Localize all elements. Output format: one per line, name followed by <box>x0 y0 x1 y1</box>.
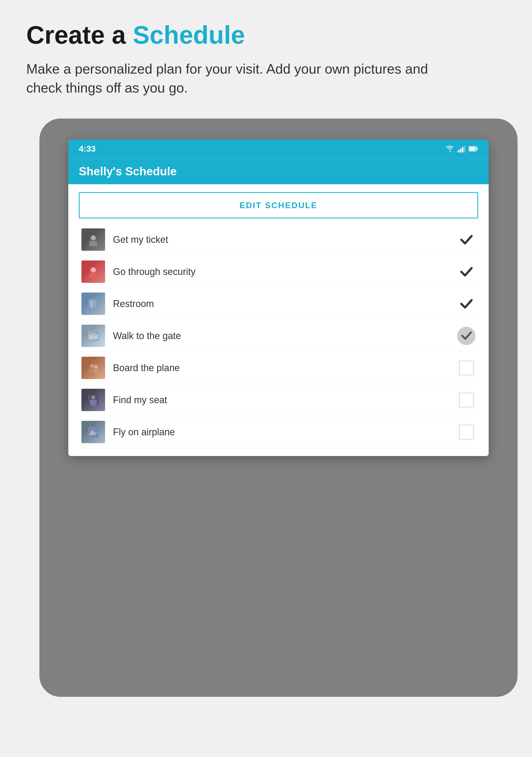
schedule-list: Get my ticket <box>79 224 478 448</box>
checkbox-done <box>457 262 476 281</box>
svg-rect-2 <box>462 147 463 152</box>
app-title: Shelly's Schedule <box>79 165 177 178</box>
item-label: Board the plane <box>113 362 457 374</box>
content-area: EDIT SCHEDULE Get <box>68 184 488 456</box>
schedule-item[interactable]: Walk to the gate <box>79 320 478 352</box>
schedule-item[interactable]: Restroom <box>79 288 478 320</box>
page-wrapper: Create a Schedule Make a personalized pl… <box>0 0 532 757</box>
svg-point-22 <box>91 396 95 399</box>
item-label: Walk to the gate <box>113 330 457 342</box>
checkbox-done <box>457 295 476 313</box>
svg-rect-0 <box>458 150 459 152</box>
item-thumbnail <box>81 421 105 443</box>
svg-point-17 <box>90 364 95 369</box>
schedule-item[interactable]: Find my seat <box>79 384 478 416</box>
item-thumbnail <box>81 325 105 347</box>
item-label: Restroom <box>113 298 457 309</box>
app-bar: Shelly's Schedule <box>68 158 488 184</box>
item-label: Fly on airplane <box>113 427 457 438</box>
checkbox-done <box>457 230 476 249</box>
schedule-item[interactable]: Get my ticket <box>79 224 478 256</box>
svg-rect-11 <box>88 299 99 309</box>
item-label: Get my ticket <box>113 234 457 245</box>
svg-rect-16 <box>91 333 96 336</box>
title-highlight: Schedule <box>133 21 245 49</box>
main-title: Create a Schedule <box>26 21 506 49</box>
checkbox-empty <box>457 423 476 441</box>
svg-point-9 <box>91 267 96 273</box>
subtitle: Make a personalized plan for your visit.… <box>26 59 447 98</box>
svg-rect-20 <box>94 369 98 374</box>
item-thumbnail <box>81 357 105 379</box>
device-frame: 4:33 <box>40 119 517 697</box>
header-section: Create a Schedule Make a personalized pl… <box>26 21 506 98</box>
schedule-item[interactable]: Go through security <box>79 256 478 288</box>
svg-rect-6 <box>469 147 476 151</box>
item-label: Go through security <box>113 266 457 277</box>
wifi-icon <box>445 145 455 152</box>
title-prefix: Create a <box>26 21 133 49</box>
edit-schedule-button[interactable]: EDIT SCHEDULE <box>79 192 478 218</box>
item-label: Find my seat <box>113 395 457 406</box>
svg-rect-23 <box>90 400 97 406</box>
checkbox-empty <box>457 391 476 409</box>
item-thumbnail <box>81 292 105 315</box>
svg-rect-3 <box>464 146 465 152</box>
signal-icon <box>458 145 465 152</box>
svg-rect-10 <box>89 273 97 278</box>
item-thumbnail <box>81 228 105 251</box>
svg-rect-13 <box>94 300 96 308</box>
svg-rect-5 <box>477 148 478 150</box>
svg-point-7 <box>91 235 96 240</box>
item-thumbnail <box>81 260 105 283</box>
battery-icon <box>469 146 478 152</box>
phone-screen: 4:33 <box>68 139 488 456</box>
svg-rect-1 <box>460 149 461 152</box>
item-thumbnail <box>81 389 105 411</box>
checkbox-current <box>457 327 476 345</box>
schedule-item[interactable]: Fly on airplane <box>79 416 478 448</box>
status-bar: 4:33 <box>68 139 488 158</box>
checkbox-empty <box>457 359 476 377</box>
status-time: 4:33 <box>79 144 96 154</box>
svg-point-19 <box>94 365 98 369</box>
schedule-item[interactable]: Board the plane <box>79 352 478 384</box>
svg-rect-12 <box>90 300 93 308</box>
status-icons <box>445 145 478 152</box>
svg-rect-8 <box>89 241 97 246</box>
